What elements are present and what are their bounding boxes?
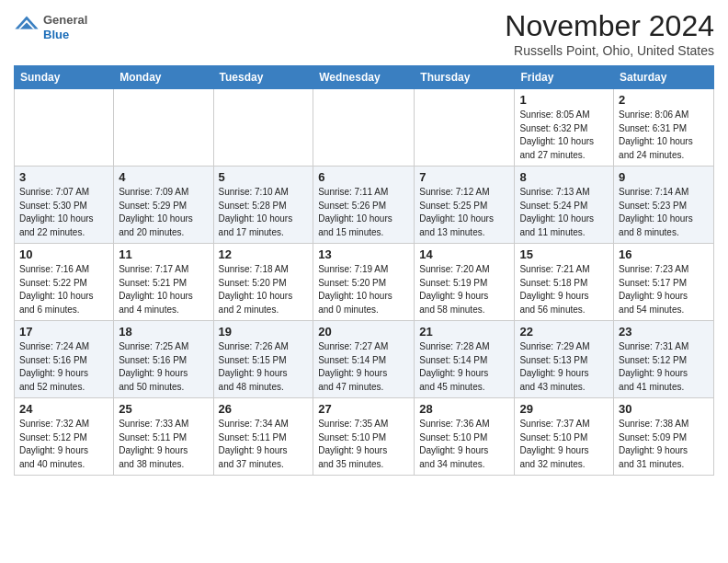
calendar-cell: 14Sunrise: 7:20 AMSunset: 5:19 PMDayligh… bbox=[415, 244, 515, 321]
day-info: Sunrise: 8:05 AMSunset: 6:32 PMDaylight:… bbox=[519, 109, 609, 162]
day-number: 19 bbox=[219, 325, 309, 339]
month-title: November 2024 bbox=[505, 9, 714, 43]
calendar-cell: 17Sunrise: 7:24 AMSunset: 5:16 PMDayligh… bbox=[15, 321, 114, 398]
day-info: Sunrise: 8:06 AMSunset: 6:31 PMDaylight:… bbox=[619, 109, 709, 162]
calendar-cell: 5Sunrise: 7:10 AMSunset: 5:28 PMDaylight… bbox=[213, 167, 313, 244]
calendar-cell bbox=[415, 89, 515, 167]
week-row-4: 17Sunrise: 7:24 AMSunset: 5:16 PMDayligh… bbox=[15, 321, 714, 398]
day-info: Sunrise: 7:09 AMSunset: 5:29 PMDaylight:… bbox=[119, 186, 208, 239]
day-number: 9 bbox=[619, 170, 709, 184]
day-number: 7 bbox=[419, 170, 509, 184]
calendar-cell: 8Sunrise: 7:13 AMSunset: 5:24 PMDaylight… bbox=[515, 167, 614, 244]
title-block: November 2024 Russells Point, Ohio, Unit… bbox=[505, 9, 714, 58]
day-number: 17 bbox=[19, 325, 108, 339]
day-number: 8 bbox=[519, 170, 609, 184]
day-number: 20 bbox=[318, 325, 409, 339]
calendar-cell bbox=[313, 89, 415, 167]
day-info: Sunrise: 7:18 AMSunset: 5:20 PMDaylight:… bbox=[219, 263, 309, 316]
calendar-cell: 25Sunrise: 7:33 AMSunset: 5:11 PMDayligh… bbox=[114, 398, 213, 476]
calendar-cell: 9Sunrise: 7:14 AMSunset: 5:23 PMDaylight… bbox=[614, 167, 714, 244]
day-number: 15 bbox=[519, 247, 609, 261]
week-row-1: 1Sunrise: 8:05 AMSunset: 6:32 PMDaylight… bbox=[15, 89, 714, 167]
logo-text: General Blue bbox=[43, 13, 87, 41]
weekday-header-tuesday: Tuesday bbox=[213, 66, 313, 89]
day-number: 26 bbox=[219, 402, 309, 416]
logo-general: General bbox=[43, 13, 87, 27]
day-info: Sunrise: 7:27 AMSunset: 5:14 PMDaylight:… bbox=[318, 340, 409, 394]
logo-blue: Blue bbox=[43, 28, 69, 41]
location: Russells Point, Ohio, United States bbox=[505, 43, 714, 58]
week-row-5: 24Sunrise: 7:32 AMSunset: 5:12 PMDayligh… bbox=[15, 398, 714, 476]
day-info: Sunrise: 7:34 AMSunset: 5:11 PMDaylight:… bbox=[219, 418, 309, 471]
day-info: Sunrise: 7:36 AMSunset: 5:10 PMDaylight:… bbox=[419, 418, 509, 471]
day-info: Sunrise: 7:38 AMSunset: 5:09 PMDaylight:… bbox=[619, 418, 709, 471]
weekday-header-wednesday: Wednesday bbox=[313, 66, 415, 89]
calendar-cell: 11Sunrise: 7:17 AMSunset: 5:21 PMDayligh… bbox=[114, 244, 213, 321]
weekday-header-saturday: Saturday bbox=[614, 66, 714, 89]
day-number: 21 bbox=[419, 325, 509, 339]
calendar-cell: 23Sunrise: 7:31 AMSunset: 5:12 PMDayligh… bbox=[614, 321, 714, 398]
day-info: Sunrise: 7:23 AMSunset: 5:17 PMDaylight:… bbox=[619, 263, 709, 316]
day-number: 18 bbox=[119, 325, 208, 339]
day-info: Sunrise: 7:33 AMSunset: 5:11 PMDaylight:… bbox=[119, 418, 208, 471]
day-info: Sunrise: 7:17 AMSunset: 5:21 PMDaylight:… bbox=[119, 263, 208, 316]
day-info: Sunrise: 7:35 AMSunset: 5:10 PMDaylight:… bbox=[318, 418, 409, 471]
day-number: 28 bbox=[419, 402, 509, 416]
calendar-cell: 4Sunrise: 7:09 AMSunset: 5:29 PMDaylight… bbox=[114, 167, 213, 244]
day-info: Sunrise: 7:29 AMSunset: 5:13 PMDaylight:… bbox=[519, 340, 609, 394]
calendar-cell: 22Sunrise: 7:29 AMSunset: 5:13 PMDayligh… bbox=[515, 321, 614, 398]
day-number: 5 bbox=[219, 170, 309, 184]
weekday-header-monday: Monday bbox=[114, 66, 213, 89]
logo: General Blue bbox=[14, 13, 87, 41]
weekday-header-thursday: Thursday bbox=[415, 66, 515, 89]
day-info: Sunrise: 7:20 AMSunset: 5:19 PMDaylight:… bbox=[419, 263, 509, 316]
day-info: Sunrise: 7:37 AMSunset: 5:10 PMDaylight:… bbox=[519, 418, 609, 471]
header: General Blue November 2024 Russells Poin… bbox=[14, 9, 714, 58]
day-info: Sunrise: 7:24 AMSunset: 5:16 PMDaylight:… bbox=[19, 340, 108, 394]
week-row-3: 10Sunrise: 7:16 AMSunset: 5:22 PMDayligh… bbox=[15, 244, 714, 321]
calendar-cell bbox=[15, 89, 114, 167]
day-number: 29 bbox=[519, 402, 609, 416]
day-info: Sunrise: 7:16 AMSunset: 5:22 PMDaylight:… bbox=[19, 263, 108, 316]
day-number: 22 bbox=[519, 325, 609, 339]
calendar-cell: 1Sunrise: 8:05 AMSunset: 6:32 PMDaylight… bbox=[515, 89, 614, 167]
day-number: 27 bbox=[318, 402, 409, 416]
calendar-cell: 27Sunrise: 7:35 AMSunset: 5:10 PMDayligh… bbox=[313, 398, 415, 476]
day-number: 6 bbox=[318, 170, 409, 184]
calendar-cell: 29Sunrise: 7:37 AMSunset: 5:10 PMDayligh… bbox=[515, 398, 614, 476]
day-number: 2 bbox=[619, 93, 709, 107]
day-number: 13 bbox=[318, 247, 409, 261]
weekday-header-row: SundayMondayTuesdayWednesdayThursdayFrid… bbox=[15, 66, 714, 89]
day-number: 11 bbox=[119, 247, 208, 261]
day-number: 30 bbox=[619, 402, 709, 416]
calendar-cell: 6Sunrise: 7:11 AMSunset: 5:26 PMDaylight… bbox=[313, 167, 415, 244]
day-number: 3 bbox=[19, 170, 108, 184]
day-info: Sunrise: 7:14 AMSunset: 5:23 PMDaylight:… bbox=[619, 186, 709, 239]
day-info: Sunrise: 7:26 AMSunset: 5:15 PMDaylight:… bbox=[219, 340, 309, 394]
day-number: 14 bbox=[419, 247, 509, 261]
calendar-cell bbox=[213, 89, 313, 167]
weekday-header-friday: Friday bbox=[515, 66, 614, 89]
calendar-cell: 3Sunrise: 7:07 AMSunset: 5:30 PMDaylight… bbox=[15, 167, 114, 244]
day-number: 12 bbox=[219, 247, 309, 261]
day-info: Sunrise: 7:25 AMSunset: 5:16 PMDaylight:… bbox=[119, 340, 208, 394]
day-info: Sunrise: 7:11 AMSunset: 5:26 PMDaylight:… bbox=[318, 186, 409, 239]
calendar-cell: 7Sunrise: 7:12 AMSunset: 5:25 PMDaylight… bbox=[415, 167, 515, 244]
calendar-cell: 26Sunrise: 7:34 AMSunset: 5:11 PMDayligh… bbox=[213, 398, 313, 476]
calendar-cell: 19Sunrise: 7:26 AMSunset: 5:15 PMDayligh… bbox=[213, 321, 313, 398]
day-info: Sunrise: 7:28 AMSunset: 5:14 PMDaylight:… bbox=[419, 340, 509, 394]
calendar-cell: 16Sunrise: 7:23 AMSunset: 5:17 PMDayligh… bbox=[614, 244, 714, 321]
day-number: 1 bbox=[519, 93, 609, 107]
calendar-cell: 24Sunrise: 7:32 AMSunset: 5:12 PMDayligh… bbox=[15, 398, 114, 476]
day-info: Sunrise: 7:21 AMSunset: 5:18 PMDaylight:… bbox=[519, 263, 609, 316]
day-number: 24 bbox=[19, 402, 108, 416]
calendar-cell bbox=[114, 89, 213, 167]
logo-icon bbox=[14, 15, 40, 40]
day-info: Sunrise: 7:19 AMSunset: 5:20 PMDaylight:… bbox=[318, 263, 409, 316]
page: General Blue November 2024 Russells Poin… bbox=[0, 0, 728, 485]
day-info: Sunrise: 7:10 AMSunset: 5:28 PMDaylight:… bbox=[219, 186, 309, 239]
day-number: 23 bbox=[619, 325, 709, 339]
day-number: 10 bbox=[19, 247, 108, 261]
day-number: 16 bbox=[619, 247, 709, 261]
calendar: SundayMondayTuesdayWednesdayThursdayFrid… bbox=[14, 65, 714, 476]
